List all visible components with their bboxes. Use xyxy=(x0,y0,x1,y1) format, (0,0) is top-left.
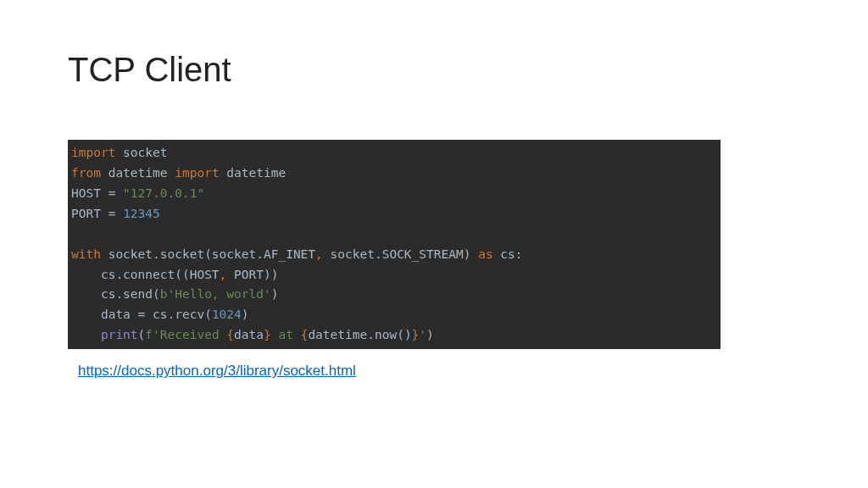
kw-with: with xyxy=(71,247,101,261)
eq3: = xyxy=(138,308,146,321)
kw-import2: import xyxy=(175,166,219,180)
builtin-print: print xyxy=(101,328,138,341)
num-port: 12345 xyxy=(123,207,160,220)
slide-container: TCP Client import socket from datetime i… xyxy=(0,0,868,413)
stmt-recv-c: ) xyxy=(242,308,249,321)
kw-import: import xyxy=(71,146,115,159)
var-port: PORT xyxy=(71,207,108,220)
indent xyxy=(71,328,101,341)
fbrace-close1: } xyxy=(264,328,271,341)
stmt-send-b: ) xyxy=(271,287,279,301)
paren-open: ( xyxy=(138,328,146,341)
slide-title: TCP Client xyxy=(68,51,800,89)
fstr-2: at xyxy=(271,328,301,341)
fbrace-open1: { xyxy=(226,328,234,341)
kw-from: from xyxy=(71,166,101,180)
module-datetime1: datetime xyxy=(101,166,175,180)
sp xyxy=(115,207,123,220)
comma1: , xyxy=(315,247,323,261)
var-cs: cs: xyxy=(493,247,523,261)
var-host: HOST xyxy=(71,186,108,200)
f-data: data xyxy=(234,328,264,341)
kw-as: as xyxy=(478,247,492,261)
module-socket: socket xyxy=(115,146,167,159)
expr-socket: socket.socket(socket.AF_INET xyxy=(101,247,315,261)
paren-close: ) xyxy=(426,328,434,341)
stmt-connect-a: cs.connect((HOST xyxy=(71,268,220,281)
fstr-1: f'Received xyxy=(145,328,226,341)
num-1024: 1024 xyxy=(212,308,242,321)
docs-link[interactable]: https://docs.python.org/3/library/socket… xyxy=(78,363,356,379)
stmt-recv-b: cs.recv( xyxy=(145,308,212,321)
str-hello: b'Hello, world' xyxy=(160,287,271,301)
str-host: "127.0.0.1" xyxy=(115,186,204,200)
module-datetime2: datetime xyxy=(220,166,287,180)
code-block: import socket from datetime import datet… xyxy=(68,140,721,349)
stmt-connect-b: PORT)) xyxy=(226,268,278,281)
stmt-send-a: cs.send( xyxy=(71,287,160,301)
expr-sockstream: socket.SOCK_STREAM) xyxy=(323,247,478,261)
fstr-3: ' xyxy=(419,328,426,341)
f-datetime-now: datetime.now() xyxy=(308,328,411,341)
stmt-recv-a: data xyxy=(71,308,138,321)
link-row: https://docs.python.org/3/library/socket… xyxy=(68,363,800,380)
